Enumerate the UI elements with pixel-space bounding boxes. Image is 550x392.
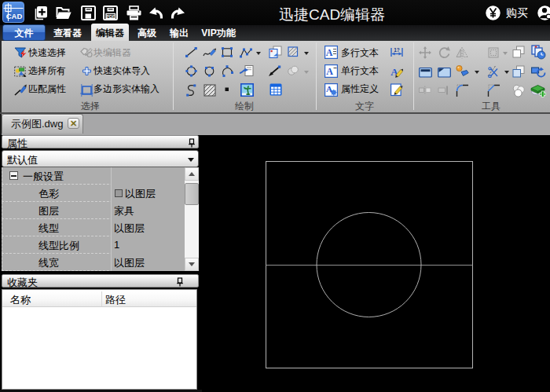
svg-text:CAD: CAD (6, 12, 23, 20)
svg-text:A: A (326, 84, 332, 93)
svg-text:PDF: PDF (106, 14, 116, 19)
svg-text:1?: 1? (394, 47, 400, 53)
svg-text:A: A (326, 47, 333, 58)
svg-text:A: A (326, 66, 333, 77)
